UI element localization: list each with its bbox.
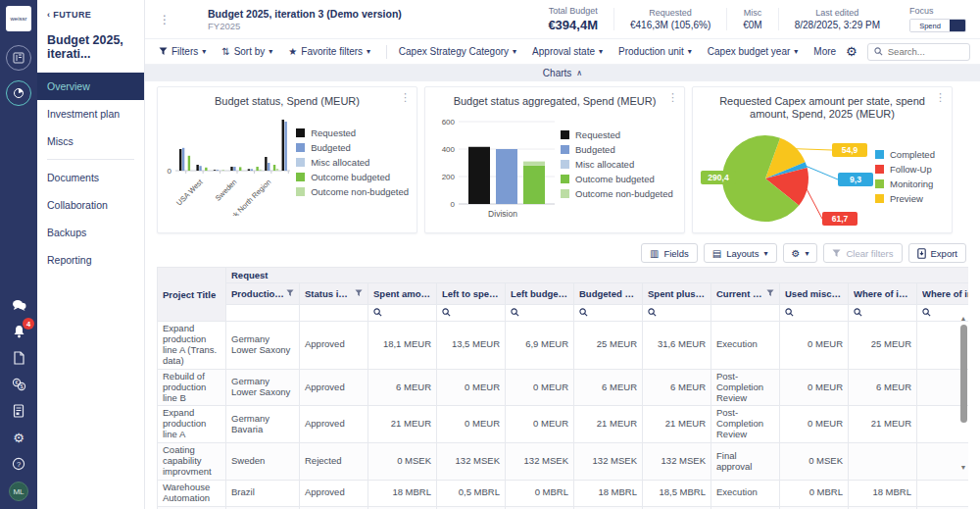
column-header-left-budgeted-to-[interactable]: Left budgeted to... bbox=[506, 283, 574, 305]
table-cell: 132 MSEK bbox=[574, 443, 643, 481]
board-icon[interactable] bbox=[6, 45, 31, 71]
layouts-button[interactable]: ▤Layouts▾ bbox=[704, 243, 777, 263]
legend-item: Preview bbox=[875, 193, 935, 204]
sidebar-item-documents[interactable]: Documents bbox=[37, 164, 144, 191]
quick-filter-approval-state[interactable]: Approval state▾ bbox=[532, 46, 603, 57]
column-filter-cell[interactable] bbox=[368, 305, 437, 322]
legend-item: Misc allocated bbox=[561, 159, 673, 170]
page-icon[interactable] bbox=[9, 349, 28, 367]
column-header-budgeted-amou-[interactable]: Budgeted amou... bbox=[574, 283, 643, 305]
sidebar-item-overview[interactable]: Overview bbox=[37, 73, 144, 100]
user-avatar[interactable]: ML bbox=[9, 482, 28, 501]
export-button[interactable]: Export bbox=[908, 243, 966, 263]
focus-toggle-knob[interactable] bbox=[950, 20, 965, 31]
table-vertical-scrollbar[interactable]: ▲ ▼ bbox=[959, 323, 967, 463]
table-row[interactable]: Coating capability improvmentSwedenRejec… bbox=[158, 443, 969, 481]
legend-item: Outcome budgeted bbox=[561, 174, 673, 184]
sidebar-item-backups[interactable]: Backups bbox=[37, 219, 144, 246]
column-header-where-of-in-bud-[interactable]: Where of in bud... bbox=[849, 283, 917, 305]
table-cell: Final approval bbox=[711, 443, 780, 481]
currency-exchange-icon[interactable]: €$ bbox=[9, 376, 28, 393]
table-cell: Post-Completion Review bbox=[711, 406, 780, 443]
column-filter-cell[interactable] bbox=[711, 305, 780, 322]
chart2-kebab-icon[interactable]: ⋮ bbox=[667, 91, 678, 104]
chat-icon[interactable] bbox=[9, 296, 28, 314]
filter-settings-gear-icon[interactable]: ⚙ bbox=[846, 44, 858, 59]
search-input[interactable] bbox=[888, 46, 963, 57]
chart1-legend: RequestedBudgetedMisc allocatedOutcome b… bbox=[296, 127, 409, 197]
charts-row: ⋮ Budget status, Spend (MEUR) 0USA WestS… bbox=[145, 81, 980, 241]
back-to-future-link[interactable]: ‹ FUTURE bbox=[37, 10, 144, 20]
settings-gear-icon[interactable]: ⚙ bbox=[9, 429, 28, 446]
column-filter-cell[interactable] bbox=[437, 305, 506, 322]
sidebar-item-reporting[interactable]: Reporting bbox=[37, 246, 144, 274]
svg-text:0: 0 bbox=[168, 167, 172, 176]
sidebar-item-investment-plan[interactable]: Investment plan bbox=[37, 100, 144, 127]
help-icon[interactable]: ? bbox=[9, 455, 28, 473]
focus-label: Focus bbox=[909, 6, 966, 16]
favorite-filters-dropdown[interactable]: ★ Favorite filters▾ bbox=[288, 46, 370, 57]
clear-filters-button[interactable]: Clear filters bbox=[823, 243, 902, 263]
focus-toggle[interactable]: Spend bbox=[909, 19, 966, 32]
column-header-used-misc-spend[interactable]: Used misc spend bbox=[780, 283, 849, 305]
table-cell: 25 MEUR bbox=[849, 322, 917, 370]
legend-item: Misc allocated bbox=[296, 157, 409, 168]
table-cell: Approved bbox=[300, 322, 368, 370]
table-toolbar: ▥Fields ▤Layouts▾ ⚙▾ Clear filters Expor… bbox=[145, 241, 980, 265]
app-root: weissr 4 €$ ⚙ bbox=[0, 0, 980, 509]
quick-filter-production-unit[interactable]: Production unit▾ bbox=[618, 46, 692, 57]
chart1-kebab-icon[interactable]: ⋮ bbox=[400, 91, 411, 104]
column-filter-cell[interactable] bbox=[226, 305, 300, 322]
more-filters-button[interactable]: More bbox=[813, 46, 836, 57]
column-filter-cell[interactable] bbox=[643, 305, 711, 322]
sidebar-item-collaboration[interactable]: Collaboration bbox=[37, 191, 144, 219]
cell-project-title: Rebuild of production line B bbox=[158, 369, 226, 406]
notifications-bell-icon[interactable]: 4 bbox=[9, 323, 28, 340]
table-row[interactable]: Rebuild of production line BGermany Lowe… bbox=[158, 369, 969, 406]
legend-item: Outcome budgeted bbox=[296, 172, 409, 182]
scroll-up-arrow-icon[interactable]: ▲ bbox=[959, 315, 967, 322]
column-header-production-unit[interactable]: Production unit bbox=[226, 283, 300, 305]
column-header-status-in-appr-[interactable]: Status in appr... bbox=[300, 283, 368, 305]
svg-text:54,9: 54,9 bbox=[842, 145, 858, 155]
global-search[interactable] bbox=[867, 43, 970, 61]
column-header-current-step[interactable]: Current step bbox=[711, 283, 780, 305]
column-header-spent-plus-left-t-[interactable]: Spent plus left t... bbox=[643, 283, 711, 305]
header-kebab-icon[interactable]: ⋮ bbox=[159, 13, 174, 26]
charts-collapse-bar[interactable]: Charts∧ bbox=[145, 65, 980, 81]
sidebar: ‹ FUTURE Budget 2025, iterati... Overvie… bbox=[37, 0, 145, 509]
focus-toggle-spend[interactable]: Spend bbox=[910, 20, 950, 31]
dashboard-icon[interactable] bbox=[6, 80, 31, 106]
table-settings-button[interactable]: ⚙▾ bbox=[783, 243, 818, 263]
column-filter-cell[interactable] bbox=[574, 305, 643, 322]
chart3-kebab-icon[interactable]: ⋮ bbox=[935, 91, 946, 104]
sidebar-item-miscs[interactable]: Miscs bbox=[37, 127, 144, 155]
column-filter-cell[interactable] bbox=[506, 305, 574, 322]
column-filter-cell[interactable] bbox=[849, 305, 917, 322]
report-document-icon[interactable] bbox=[9, 402, 28, 420]
filters-dropdown[interactable]: Filters▾ bbox=[159, 46, 206, 57]
sort-by-dropdown[interactable]: ⇅ Sort by▾ bbox=[221, 46, 272, 57]
table-row[interactable]: Warehouse AutomationBrazilApproved18 MBR… bbox=[158, 480, 969, 506]
stat-requested: Requested€416,3M (105,6%) bbox=[613, 8, 726, 30]
quick-filter-capex-budget-year[interactable]: Capex budget year▾ bbox=[708, 46, 799, 57]
column-filter-cell[interactable] bbox=[300, 305, 368, 322]
table-row[interactable]: Expand production line AGermany BavariaA… bbox=[158, 406, 969, 443]
column-header-left-to-spend-thi-[interactable]: Left to spend thi... bbox=[437, 283, 506, 305]
vertical-scroll-thumb[interactable] bbox=[960, 325, 967, 423]
funnel-icon bbox=[159, 47, 168, 56]
table-cell: 21 MEUR bbox=[849, 406, 917, 443]
column-header-project-title[interactable]: Project Title bbox=[158, 268, 226, 322]
filter-bar: Filters▾ ⇅ Sort by▾ ★ Favorite filters▾ … bbox=[145, 39, 980, 65]
scroll-down-arrow-icon[interactable]: ▼ bbox=[959, 464, 967, 471]
table-cell: 6 MEUR bbox=[574, 369, 643, 406]
weissr-logo[interactable]: weissr bbox=[6, 6, 31, 31]
table-row[interactable]: Expand production line A (Trans. data)Ge… bbox=[158, 322, 969, 370]
column-header-spent-amount-th-[interactable]: Spent amount th... bbox=[368, 283, 437, 305]
column-filter-cell[interactable] bbox=[780, 305, 849, 322]
column-header-where-of-in-[interactable]: Where of in... bbox=[917, 283, 969, 305]
chevron-up-icon: ∧ bbox=[576, 69, 582, 77]
fields-button[interactable]: ▥Fields bbox=[641, 243, 698, 263]
quick-filter-capex-strategy-category[interactable]: Capex Strategy Category▾ bbox=[399, 46, 516, 57]
chart3-pie: 54,99,361,7290,4 bbox=[701, 122, 875, 231]
